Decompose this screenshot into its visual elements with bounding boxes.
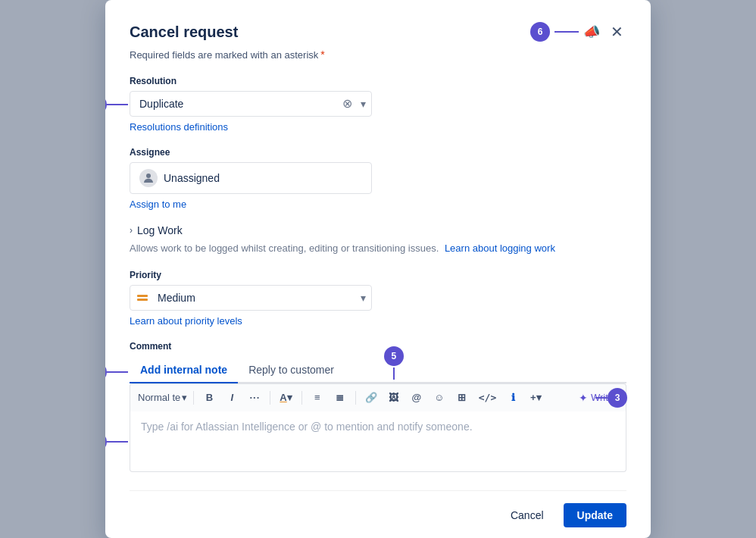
- update-button[interactable]: Update: [564, 503, 626, 527]
- code-button[interactable]: </>: [474, 389, 501, 406]
- unordered-list-button[interactable]: ≡: [307, 389, 328, 406]
- log-work-section: › Log Work Allows work to be logged whil…: [130, 224, 626, 256]
- format-selector[interactable]: Normal te ▾: [136, 389, 189, 406]
- avatar-icon: [139, 169, 158, 187]
- more-options-button[interactable]: +▾: [525, 389, 546, 406]
- resolution-wrapper: Duplicate Done Won't Do Cannot Reproduce…: [130, 91, 372, 117]
- step-1-indicator: 1: [105, 95, 128, 114]
- step-5-line: [393, 368, 395, 380]
- log-work-chevron-icon: ›: [130, 225, 133, 236]
- step-3-line: [595, 397, 608, 399]
- assignee-label: Assignee: [130, 147, 626, 158]
- step-4-line: [107, 441, 128, 443]
- link-button[interactable]: 🔗: [361, 389, 382, 406]
- table-button[interactable]: ⊞: [451, 389, 473, 406]
- priority-label: Priority: [130, 270, 626, 280]
- modal-header: Cancel request 6 📣 ✕: [130, 21, 626, 42]
- modal-footer: Cancel Update: [130, 490, 626, 527]
- more-formatting-button[interactable]: ···: [244, 389, 265, 406]
- mention-button[interactable]: @: [406, 389, 427, 406]
- modal-overlay: Cancel request 6 📣 ✕ Required fields are…: [0, 0, 756, 538]
- image-button[interactable]: 🖼: [383, 389, 405, 406]
- log-work-toggle[interactable]: › Log Work: [130, 224, 626, 236]
- comment-editor[interactable]: Type /ai for Atlassian Intelligence or @…: [130, 411, 626, 472]
- priority-section: Priority Medium Highest High Low Lowest …: [130, 270, 626, 327]
- cancel-button[interactable]: Cancel: [498, 503, 556, 527]
- assignee-field[interactable]: Unassigned: [130, 162, 372, 194]
- resolution-select[interactable]: Duplicate Done Won't Do Cannot Reproduce…: [130, 91, 372, 117]
- step-4-indicator: 4: [105, 432, 128, 452]
- step-1-line: [107, 104, 128, 105]
- toolbar-divider-4: [355, 391, 356, 405]
- emoji-button[interactable]: ☺: [429, 389, 450, 406]
- format-chevron-icon: ▾: [182, 392, 187, 403]
- comment-tabs: Add internal note Reply to customer: [130, 358, 626, 383]
- editor-area-wrapper: 4 Type /ai for Atlassian Intelligence or…: [130, 411, 626, 472]
- step-6-indicator: 6 📣: [530, 22, 600, 42]
- step-2-indicator: 2: [105, 362, 128, 382]
- text-color-button[interactable]: A▾: [275, 389, 296, 406]
- priority-select[interactable]: Medium Highest High Low Lowest: [130, 285, 372, 311]
- step-line: [555, 31, 579, 33]
- ordered-list-button[interactable]: ≣: [330, 389, 351, 406]
- editor-placeholder: Type /ai for Atlassian Intelligence or @…: [141, 421, 473, 433]
- step-5-badge: 5: [384, 346, 404, 366]
- required-note: Required fields are marked with an aster…: [130, 48, 626, 61]
- resolutions-definitions-link[interactable]: Resolutions definitions: [130, 121, 228, 133]
- editor-toolbar: Normal te ▾ B I ··· A▾ ≡ ≣ 🔗: [130, 383, 626, 411]
- log-work-label: Log Work: [137, 224, 183, 236]
- step-6-badge: 6: [530, 22, 550, 42]
- image-btn-wrapper: 5 🖼: [383, 389, 405, 406]
- ai-sparkle-icon: ✦: [579, 392, 588, 404]
- resolution-label: Resolution: [130, 76, 626, 86]
- log-work-description: Allows work to be logged whilst creating…: [130, 241, 626, 256]
- megaphone-icon: 📣: [583, 23, 600, 40]
- step-5-indicator: 5: [384, 346, 404, 380]
- bold-button[interactable]: B: [198, 389, 220, 406]
- tab-add-internal-note[interactable]: Add internal note: [130, 358, 238, 383]
- resolution-clear-button[interactable]: ⊗: [342, 98, 352, 110]
- italic-button[interactable]: I: [221, 389, 242, 406]
- header-icons: 6 📣 ✕: [530, 21, 626, 42]
- priority-wrapper: Medium Highest High Low Lowest ▾: [130, 285, 372, 311]
- comment-section: 2 Comment Add internal note Reply to cus…: [130, 341, 626, 472]
- toolbar-divider-2: [270, 391, 270, 405]
- tab-reply-to-customer[interactable]: Reply to customer: [238, 358, 345, 383]
- step-2-line: [107, 371, 128, 373]
- resolution-section: 1 Resolution Duplicate Done Won't Do Can…: [130, 76, 626, 133]
- assign-to-me-link[interactable]: Assign to me: [130, 199, 186, 210]
- ai-write-wrapper: 3 ✦ Write: [573, 389, 620, 407]
- step-3-indicator: 3: [595, 388, 627, 408]
- info-button[interactable]: ℹ: [502, 389, 523, 406]
- assignee-value: Unassigned: [164, 172, 220, 184]
- toolbar-divider-1: [193, 391, 194, 405]
- priority-levels-link[interactable]: Learn about priority levels: [130, 315, 242, 327]
- required-asterisk: *: [320, 48, 324, 61]
- step-3-badge: 3: [608, 388, 627, 408]
- learn-logging-link[interactable]: Learn about logging work: [445, 241, 555, 256]
- assignee-section: Assignee Unassigned Assign to me: [130, 147, 626, 211]
- comment-label: Comment: [130, 341, 626, 352]
- close-button[interactable]: ✕: [608, 21, 626, 42]
- modal-title: Cancel request: [130, 23, 238, 41]
- svg-point-0: [146, 174, 151, 178]
- cancel-request-modal: Cancel request 6 📣 ✕ Required fields are…: [105, 0, 651, 538]
- toolbar-divider-3: [301, 391, 302, 405]
